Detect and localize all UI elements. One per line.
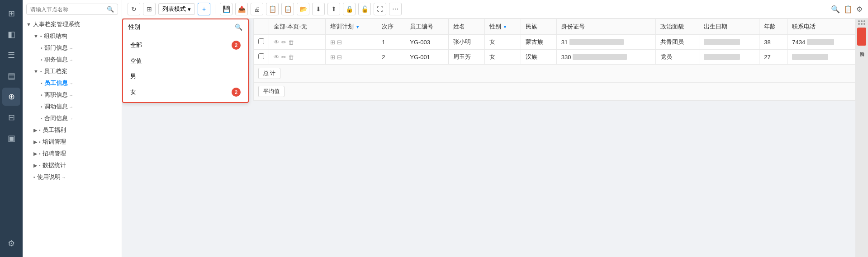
row-checkbox-2[interactable] [258, 53, 264, 59]
print-button[interactable]: 🖨 [251, 3, 263, 15]
dot-2 [861, 20, 863, 22]
grid-button[interactable]: ⊞ [143, 3, 156, 15]
tree-transfer-info[interactable]: ▪ 调动信息 → [41, 101, 122, 112]
train-expand-icon-2[interactable]: ⊞ [330, 54, 335, 61]
filter-option-all[interactable]: 全部 2 [123, 37, 248, 53]
th-age: 年龄 [759, 19, 787, 35]
tree-group-stats[interactable]: ▶ ▪ 数据统计 [33, 159, 122, 171]
train-collapse-icon-2[interactable]: ⊟ [337, 54, 342, 61]
filter-option-female[interactable]: 女 2 [123, 84, 248, 100]
nav-doc[interactable]: ◧ [2, 25, 20, 43]
export-button[interactable]: 📤 [235, 3, 248, 15]
th-gender[interactable]: 性别 ▼ [484, 19, 521, 35]
search-toolbar-icon[interactable]: 🔍 [831, 5, 840, 14]
td-politics-2: 党员 [656, 50, 699, 65]
filter-option-empty[interactable]: 空值 [123, 53, 248, 69]
emp-info-label: 员工信息 [44, 79, 68, 87]
train-collapse-icon-1[interactable]: ⊟ [337, 39, 342, 46]
tree-dept-info[interactable]: ▪ 部门信息 → [41, 42, 122, 54]
settings-toolbar-icon[interactable]: ⚙ [856, 5, 863, 14]
th-all-page[interactable]: 全部-本页-无 [269, 19, 326, 35]
edit-icon-1[interactable]: ✏ [281, 39, 286, 46]
row-checkbox-1[interactable] [258, 38, 264, 44]
fullscreen-button[interactable]: ⛶ [374, 3, 386, 15]
nav-network[interactable]: ⊕ [2, 88, 20, 106]
recruit-icon: ▪ [39, 151, 41, 156]
td-order-1: 1 [377, 35, 405, 50]
tree-group-employee[interactable]: ▼ ▪ 员工档案 [33, 65, 122, 77]
train-plan-filter-icon[interactable]: ▼ [356, 24, 360, 29]
delete-icon-2[interactable]: 🗑 [288, 54, 294, 61]
download-button[interactable]: ⬇ [312, 3, 325, 15]
tree-root-arrow: ▼ [26, 22, 31, 27]
nav-chart[interactable]: ⊟ [2, 108, 20, 126]
th-train-plan[interactable]: 培训计划 ▼ [325, 19, 377, 35]
save-button[interactable]: 💾 [220, 3, 232, 15]
tree-group-recruit[interactable]: ▶ ▪ 招聘管理 [33, 148, 122, 159]
tree-root: ▼ 人事档案管理系统 ▼ ▪ 组织结构 ▪ 部门信息 → ▪ 职务信息 → [23, 19, 122, 183]
avg-button[interactable]: 平均值 [258, 86, 285, 97]
employee-label: 员工档案 [44, 67, 67, 75]
train-expand-icon-1[interactable]: ⊞ [330, 39, 335, 46]
position-nav-arrow: → [69, 57, 73, 62]
th-phone: 联系电话 [787, 19, 855, 35]
td-name-1: 张小明 [449, 35, 484, 50]
filter-option-female-badge: 2 [232, 88, 241, 97]
tree-group-org[interactable]: ▼ ▪ 组织结构 [33, 30, 122, 42]
nav-settings[interactable]: ⚙ [2, 234, 20, 252]
filter-header: 性别 🔍 [123, 19, 248, 35]
gender-filter-icon[interactable]: ▼ [503, 24, 508, 29]
import-button[interactable]: 📂 [297, 3, 309, 15]
refresh-button[interactable]: ↻ [128, 3, 140, 15]
total-button[interactable]: 总 计 [258, 68, 280, 79]
phone-blur-1 [807, 39, 834, 45]
tree-group-manual[interactable]: ▪ 使用说明 → [33, 171, 122, 183]
id-card-blur-1 [569, 39, 624, 45]
tree-employee-info[interactable]: ▪ 员工信息 → [41, 77, 122, 89]
view-icon-1[interactable]: 👁 [274, 39, 280, 46]
tree-position-info[interactable]: ▪ 职务信息 → [41, 54, 122, 65]
nav-home[interactable]: ⊞ [2, 5, 20, 23]
stats-label: 数据统计 [43, 161, 66, 169]
upload-button[interactable]: ⬆ [327, 3, 340, 15]
nav-person[interactable]: ☰ [2, 46, 20, 64]
filter-search-icon[interactable]: 🔍 [235, 23, 242, 31]
scroll-indicator[interactable] [857, 28, 866, 46]
paste-button[interactable]: 📋 [281, 3, 294, 15]
view-mode-select[interactable]: 列表模式 ▾ [158, 3, 195, 15]
view-icon-2[interactable]: 👁 [274, 54, 280, 61]
position-icon: ▪ [41, 57, 43, 62]
td-gender-2: 女 [484, 50, 521, 65]
nav-screen[interactable]: ▣ [2, 129, 20, 147]
contract-nav-arrow: → [69, 116, 73, 121]
filter-title: 性别 [128, 23, 140, 31]
delete-icon-1[interactable]: 🗑 [288, 39, 294, 46]
emp-info-nav-arrow: → [69, 81, 73, 86]
td-emp-id-1: YG-003 [405, 35, 449, 50]
tree-group-training[interactable]: ▶ ▪ 培训管理 [33, 136, 122, 148]
edit-icon-2[interactable]: ✏ [281, 54, 286, 61]
td-ethnicity-1: 蒙古族 [521, 35, 556, 50]
divider-1 [215, 5, 215, 14]
tree-root-label[interactable]: ▼ 人事档案管理系统 [26, 19, 122, 30]
scroll-dots [858, 20, 865, 25]
toolbar: ↻ ⊞ 列表模式 ▾ + 💾 📤 🖨 📋 📋 📂 ⬇ ⬆ 🔒 🔓 ⛶ ⋯ 🔍 📋… [122, 0, 868, 19]
tree-resign-info[interactable]: ▪ 离职信息 → [41, 89, 122, 101]
tree-group-welfare[interactable]: ▶ ▪ 员工福利 [33, 124, 122, 136]
tree-children: ▼ ▪ 组织结构 ▪ 部门信息 → ▪ 职务信息 → ▼ ▪ [26, 30, 122, 183]
avg-row: 平均值 [254, 83, 855, 101]
tree-contract-info[interactable]: ▪ 合同信息 → [41, 112, 122, 124]
filter-option-male[interactable]: 男 [123, 69, 248, 84]
lock-button[interactable]: 🔒 [343, 3, 356, 15]
filter-toolbar-icon[interactable]: 📋 [844, 5, 853, 14]
sidebar-search-box[interactable]: 🔍 [26, 4, 118, 15]
unlock-button[interactable]: 🔓 [358, 3, 371, 15]
add-button[interactable]: + [198, 3, 210, 15]
td-id-card-1: 31 [556, 35, 655, 50]
table-row: 👁 ✏ 🗑 ⊞ ⊟ 2 YG-001 [254, 50, 855, 65]
training-label: 培训管理 [43, 138, 66, 146]
sidebar-search-input[interactable] [30, 6, 107, 13]
more-button[interactable]: ⋯ [389, 3, 402, 15]
nav-book[interactable]: ▤ [2, 67, 20, 85]
copy-button[interactable]: 📋 [266, 3, 279, 15]
